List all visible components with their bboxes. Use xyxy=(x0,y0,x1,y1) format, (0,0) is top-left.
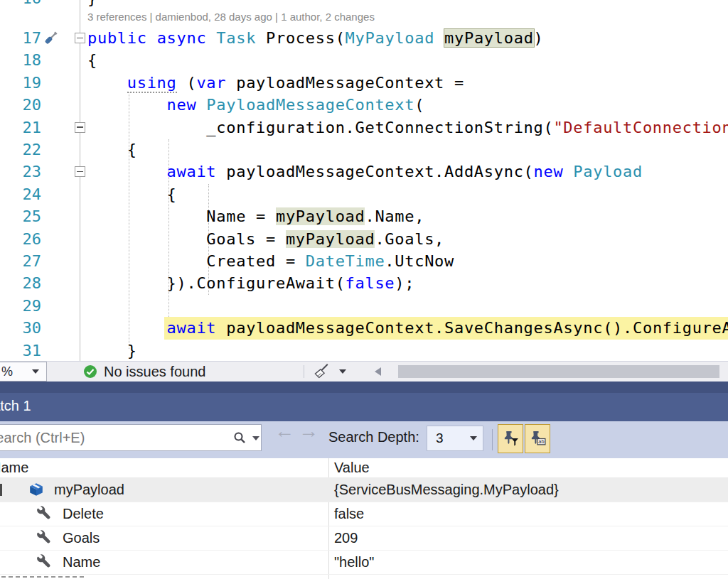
fold-collapse-box[interactable] xyxy=(75,33,85,43)
line-number: 25 xyxy=(0,205,41,227)
scrollbar-left-arrow[interactable] xyxy=(375,367,381,376)
quick-actions-screwdriver-icon[interactable] xyxy=(41,29,60,48)
watch-row-Delete[interactable]: Deletefalse xyxy=(0,502,728,526)
line-number: 26 xyxy=(0,228,41,250)
code-line-28[interactable]: 28 }).ConfigureAwait(false); xyxy=(0,272,728,294)
watch-row-Name[interactable]: Name"hello" xyxy=(0,551,728,575)
pin-text-toggle-button[interactable]: ab xyxy=(525,424,550,453)
watch-toolbar: Search (Ctrl+E) ← → Search Depth: 3 ab xyxy=(0,421,728,458)
zoom-combo[interactable]: 100 % xyxy=(0,362,47,382)
zoom-value: 100 % xyxy=(0,362,13,381)
divider xyxy=(304,365,304,378)
watch-row-myPayload[interactable]: myPayload{ServiceBusMessaging.MyPayload} xyxy=(0,478,728,502)
line-number: 29 xyxy=(0,295,41,317)
watch-window-titlebar[interactable]: Watch 1 xyxy=(0,382,728,421)
code-line-26[interactable]: 26 Goals = myPayload.Goals, xyxy=(0,228,728,250)
fold-collapse-box[interactable] xyxy=(75,166,85,177)
codelens-text[interactable]: 3 references | damienbod, 28 days ago | … xyxy=(87,7,375,26)
code-text: Name = myPayload.Name, xyxy=(87,205,424,227)
code-text: Goals = myPayload.Goals, xyxy=(87,228,444,250)
horizontal-scrollbar-thumb[interactable] xyxy=(398,365,719,378)
search-depth-label: Search Depth: xyxy=(328,429,419,445)
code-line-19[interactable]: 19 using (var payloadMessageContext = xyxy=(0,72,728,94)
code-line-21[interactable]: 21 _configuration.GetConnectionString("D… xyxy=(0,117,728,139)
status-message: No issues found xyxy=(104,362,205,382)
line-number: 28 xyxy=(0,272,41,294)
search-depth-dropdown[interactable]: 3 xyxy=(427,426,483,451)
code-line-29[interactable]: 29 xyxy=(0,295,728,317)
forward-arrow-icon[interactable]: → xyxy=(299,420,318,443)
code-text: } xyxy=(87,0,97,9)
code-line-20[interactable]: 20 new PayloadMessageContext( xyxy=(0,94,728,116)
divider xyxy=(492,429,493,450)
line-number: 19 xyxy=(0,72,41,94)
code-text: await payloadMessageContext.SaveChangesA… xyxy=(87,317,728,339)
watch-name: Name xyxy=(63,551,100,574)
line-number: 17 xyxy=(0,27,41,49)
chevron-down-icon[interactable] xyxy=(339,369,346,374)
watch-name: Delete xyxy=(63,502,104,526)
line-number: 21 xyxy=(0,117,41,139)
search-input[interactable]: Search (Ctrl+E) xyxy=(0,424,262,451)
code-cleanup-broom-icon[interactable] xyxy=(314,363,331,380)
watch-value[interactable]: "hello" xyxy=(334,551,374,574)
column-header-value: Value xyxy=(334,460,370,476)
column-header-name: Name xyxy=(0,460,28,476)
vs-debug-screenshot: 16}3 references | damienbod, 28 days ago… xyxy=(0,0,728,579)
watch-value[interactable]: {ServiceBusMessaging.MyPayload} xyxy=(334,478,559,502)
code-text: { xyxy=(87,139,137,161)
code-editor[interactable]: 16}3 references | damienbod, 28 days ago… xyxy=(0,0,728,361)
search-icon[interactable] xyxy=(232,431,247,445)
code-text: } xyxy=(87,340,137,361)
property-wrench-icon xyxy=(36,506,51,524)
code-text: { xyxy=(87,49,97,71)
pin-filter-icon xyxy=(502,430,520,448)
code-line-23[interactable]: 23 await payloadMessageContext.AddAsync(… xyxy=(0,161,728,183)
codelens-line[interactable]: 3 references | damienbod, 28 days ago | … xyxy=(0,7,728,26)
code-text: _configuration.GetConnectionString("Defa… xyxy=(87,117,728,139)
line-number: 18 xyxy=(0,49,41,71)
code-line-31[interactable]: 31 } xyxy=(0,340,728,361)
editor-status-bar: 100 % No issues found xyxy=(0,361,728,382)
watch-value[interactable]: false xyxy=(334,502,364,526)
watch-name: myPayload xyxy=(54,478,124,502)
property-wrench-icon xyxy=(36,530,51,548)
chevron-down-icon xyxy=(32,369,39,374)
chevron-down-icon[interactable] xyxy=(252,436,259,440)
pin-filter-toggle-button[interactable] xyxy=(498,424,523,453)
code-line-24[interactable]: 24 { xyxy=(0,183,728,205)
expander-arrow-partial[interactable] xyxy=(0,484,2,496)
line-number: 22 xyxy=(0,139,41,161)
code-text: using (var payloadMessageContext = xyxy=(87,72,464,94)
code-text: Created = DateTime.UtcNow xyxy=(87,250,454,272)
search-placeholder: Search (Ctrl+E) xyxy=(0,425,85,450)
watch-row-Goals[interactable]: Goals209 xyxy=(0,526,728,551)
line-number: 23 xyxy=(0,161,41,183)
chevron-down-icon xyxy=(470,436,477,440)
fold-collapse-box[interactable] xyxy=(75,122,85,133)
search-depth-value: 3 xyxy=(436,426,444,450)
code-line-25[interactable]: 25 Name = myPayload.Name, xyxy=(0,205,728,227)
code-line-17[interactable]: 17public async Task Process(MyPayload my… xyxy=(0,27,728,49)
line-number: 30 xyxy=(0,317,41,339)
no-issues-check-icon xyxy=(83,364,97,379)
grid-header: Name Value xyxy=(0,458,728,478)
code-text: public async Task Process(MyPayload myPa… xyxy=(87,27,544,49)
line-number: 27 xyxy=(0,250,41,272)
back-arrow-icon[interactable]: ← xyxy=(274,420,294,443)
watch-grid: Name Value myPayload{ServiceBusMessaging… xyxy=(0,458,728,579)
property-wrench-icon xyxy=(36,554,51,573)
code-line-27[interactable]: 27 Created = DateTime.UtcNow xyxy=(0,250,728,272)
code-line-22[interactable]: 22 { xyxy=(0,139,728,161)
object-icon xyxy=(28,482,44,500)
code-line-30[interactable]: 30 await payloadMessageContext.SaveChang… xyxy=(0,317,728,339)
code-line-18[interactable]: 18{ xyxy=(0,49,728,71)
code-text: { xyxy=(87,183,177,205)
watch-name: Goals xyxy=(63,526,100,550)
line-number: 31 xyxy=(0,340,41,361)
watch-value[interactable]: 209 xyxy=(334,526,358,550)
line-number: 24 xyxy=(0,183,41,205)
code-text: }).ConfigureAwait(false); xyxy=(87,272,414,294)
add-watch-row-partial[interactable] xyxy=(1,576,84,578)
line-number: 20 xyxy=(0,94,41,116)
